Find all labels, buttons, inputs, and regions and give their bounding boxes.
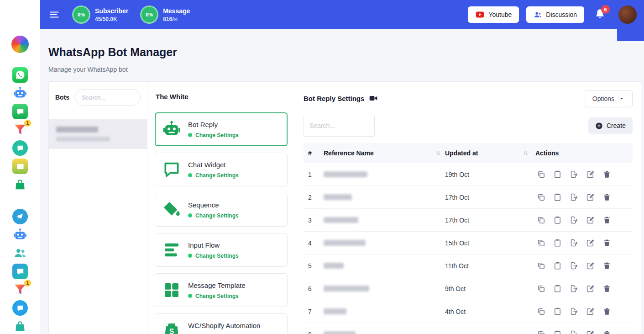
- change-settings-link[interactable]: Change Settings: [188, 172, 239, 179]
- edit-button[interactable]: [585, 169, 596, 180]
- sort-icon[interactable]: [435, 150, 441, 156]
- user-menu-highlight: [617, 29, 644, 41]
- setting-card-input-flow[interactable]: Input Flow Change Settings: [155, 233, 288, 267]
- clipboard-icon: [553, 307, 562, 316]
- export-button[interactable]: [568, 237, 579, 249]
- reply-search-input[interactable]: [304, 115, 375, 137]
- change-settings-link[interactable]: Change Settings: [188, 132, 239, 138]
- copy-button[interactable]: [552, 260, 563, 272]
- chat-widget-icon: [162, 159, 182, 180]
- clone-button[interactable]: [535, 191, 546, 203]
- sidebar-funnel-icon[interactable]: 1: [12, 122, 28, 138]
- sort-icon[interactable]: [523, 150, 529, 156]
- clone-button[interactable]: [535, 329, 546, 334]
- sidebar-shop-green-icon[interactable]: [12, 177, 28, 192]
- discussion-button[interactable]: Discussion: [526, 6, 584, 23]
- delete-button[interactable]: [601, 214, 612, 226]
- video-tutorial-icon[interactable]: [369, 94, 378, 103]
- copy-button[interactable]: [552, 214, 563, 226]
- edit-button[interactable]: [585, 260, 596, 272]
- copy-button[interactable]: [552, 283, 563, 295]
- delete-button[interactable]: [601, 283, 612, 295]
- sidebar-funnel-icon-2[interactable]: 1: [12, 282, 28, 297]
- user-avatar[interactable]: [618, 5, 637, 24]
- clone-button[interactable]: [535, 237, 546, 249]
- create-button[interactable]: Create: [588, 117, 633, 134]
- clone-button[interactable]: [535, 306, 546, 318]
- sidebar-chat-teal-icon[interactable]: [12, 140, 28, 156]
- row-number: 5: [304, 262, 324, 270]
- redacted-bot-phone: [56, 137, 110, 142]
- sidebar-chat-blue-icon[interactable]: [12, 300, 28, 316]
- sidebar-contacts-icon[interactable]: [12, 245, 28, 261]
- menu-toggle-button[interactable]: [48, 9, 60, 21]
- notifications-button[interactable]: 6: [594, 8, 606, 21]
- delete-button[interactable]: [601, 237, 612, 249]
- clone-icon: [537, 239, 545, 247]
- export-button[interactable]: [568, 191, 579, 203]
- setting-card-wc-shopify[interactable]: WC/Shopify Automation Change Settings: [155, 313, 288, 334]
- export-button[interactable]: [568, 214, 579, 226]
- edit-button[interactable]: [585, 214, 596, 226]
- setting-card-chat-widget[interactable]: Chat Widget Change Settings: [155, 153, 288, 186]
- export-button[interactable]: [568, 306, 579, 318]
- reference-name-label: Reference Name: [324, 149, 374, 157]
- trash-icon: [602, 261, 611, 270]
- sidebar-mail-icon[interactable]: [12, 159, 28, 174]
- delete-button[interactable]: [601, 191, 612, 203]
- copy-button[interactable]: [552, 237, 563, 249]
- column-header-reference-name[interactable]: Reference Name: [324, 149, 445, 157]
- status-dot: [188, 213, 192, 217]
- export-icon: [570, 193, 578, 201]
- delete-button[interactable]: [601, 329, 612, 334]
- setting-card-bot-reply[interactable]: Bot Reply Change Settings: [155, 112, 288, 146]
- status-dot: [188, 133, 192, 137]
- export-button[interactable]: [568, 260, 579, 272]
- topbar: 0% Subscriber 45/50.0K 0% Message 816/∞ …: [40, 0, 644, 29]
- clone-button[interactable]: [535, 214, 546, 226]
- row-updated-at: 15th Oct: [445, 239, 534, 247]
- sidebar-chat-sync-icon[interactable]: [12, 264, 28, 279]
- export-button[interactable]: [568, 283, 579, 295]
- sidebar-messenger-bot-icon[interactable]: [12, 85, 28, 101]
- bot-list-item-selected[interactable]: [49, 119, 147, 149]
- sidebar-whatsapp-icon[interactable]: [12, 67, 28, 83]
- export-button[interactable]: [568, 169, 579, 180]
- bots-search-input[interactable]: [75, 89, 141, 106]
- change-settings-link[interactable]: Change Settings: [188, 212, 239, 219]
- options-label: Options: [592, 95, 614, 102]
- copy-button[interactable]: [552, 329, 563, 334]
- column-header-updated-at[interactable]: Updated at: [445, 149, 534, 157]
- copy-button[interactable]: [552, 169, 563, 180]
- app-logo[interactable]: [11, 36, 29, 53]
- edit-button[interactable]: [585, 283, 596, 295]
- sidebar-shop-teal-icon[interactable]: [12, 318, 28, 334]
- clipboard-icon: [553, 261, 562, 270]
- clone-button[interactable]: [535, 260, 546, 272]
- redacted-text: [324, 217, 358, 223]
- edit-button[interactable]: [585, 191, 596, 203]
- clone-button[interactable]: [535, 283, 546, 295]
- edit-button[interactable]: [585, 306, 596, 318]
- clone-icon: [537, 170, 545, 179]
- sidebar-telegram-icon[interactable]: [12, 209, 28, 224]
- export-button[interactable]: [568, 329, 579, 334]
- change-settings-link[interactable]: Change Settings: [188, 253, 239, 259]
- delete-button[interactable]: [601, 260, 612, 272]
- delete-button[interactable]: [601, 306, 612, 318]
- copy-button[interactable]: [552, 191, 563, 203]
- copy-button[interactable]: [552, 306, 563, 318]
- sidebar-whatsapp-broadcast-icon[interactable]: [12, 104, 28, 119]
- clone-button[interactable]: [535, 169, 546, 180]
- edit-button[interactable]: [585, 237, 596, 249]
- change-settings-link[interactable]: Change Settings: [188, 293, 246, 299]
- youtube-button[interactable]: Youtube: [468, 6, 519, 23]
- setting-card-sequence[interactable]: Sequence Change Settings: [155, 193, 288, 227]
- edit-button[interactable]: [585, 329, 596, 334]
- discussion-icon: [534, 11, 542, 19]
- delete-button[interactable]: [601, 169, 612, 180]
- sidebar-telegram-bot-icon[interactable]: [12, 227, 28, 243]
- bots-panel-header: Bots: [49, 82, 147, 113]
- options-button[interactable]: Options: [585, 90, 633, 107]
- setting-card-message-template[interactable]: Message Template Change Settings: [155, 273, 288, 307]
